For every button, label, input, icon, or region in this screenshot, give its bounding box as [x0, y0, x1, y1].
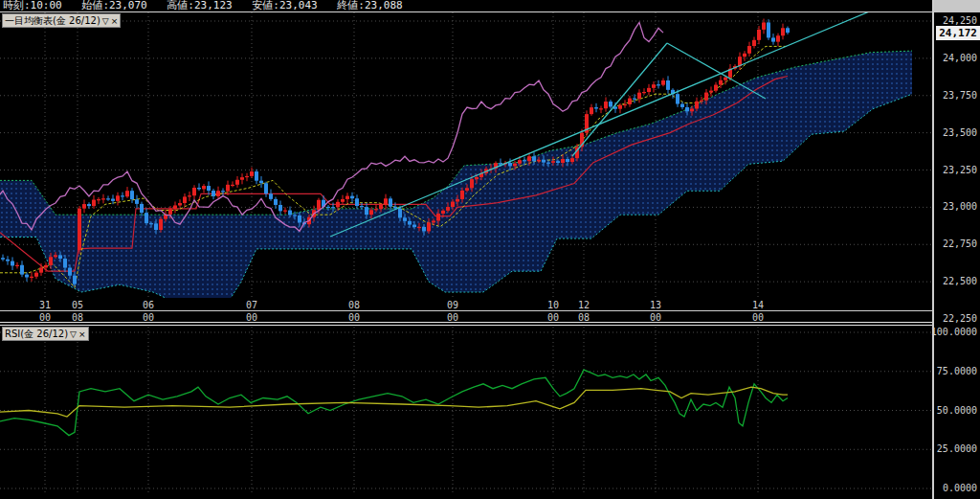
- rsi-axis-label: 75.0000: [937, 367, 977, 376]
- price-axis-label: 22,250: [943, 314, 977, 324]
- price-axis-label: 23,250: [943, 166, 977, 175]
- corner-block: [934, 0, 980, 12]
- price-axis-label: 23,000: [943, 202, 977, 212]
- x-axis-date-label: 10: [547, 300, 559, 310]
- ichimoku-label: 一目均衡表(金 26/12): [5, 15, 100, 27]
- x-axis-date-label: 06: [143, 300, 154, 310]
- price-axis-label: 22,750: [943, 239, 977, 249]
- rsi-label-box[interactable]: RSI(金 26/12) ▽ ×: [2, 327, 89, 341]
- price-axis[interactable]: 24,25024,00023,75023,50023,25023,00022,7…: [934, 12, 980, 499]
- x-axis-date-label: 07: [246, 300, 257, 310]
- x-axis-date-label: 08: [348, 300, 360, 310]
- price-axis-label: 24,250: [943, 16, 977, 26]
- rsi-axis-label: 50.0000: [937, 406, 977, 416]
- ichimoku-collapse-icon[interactable]: ▽: [102, 15, 109, 27]
- price-axis-label: 24,000: [943, 54, 977, 63]
- x-axis-date-label: 14: [752, 300, 764, 310]
- x-axis-date-label: 09: [447, 300, 458, 310]
- chart-window: 時刻:10:00 始値:23,070 高値:23,123 安値:23,043 終…: [0, 0, 980, 499]
- price-axis-label: 22,500: [943, 277, 977, 286]
- rsi-chart[interactable]: [0, 327, 933, 499]
- rsi-axis-label: 0.0000: [943, 484, 977, 493]
- rsi-axis-label: 25.0000: [937, 444, 977, 454]
- rsi-separator-top: [0, 322, 933, 323]
- last-price-tag: 24,172: [936, 26, 980, 40]
- rsi-label: RSI(金 26/12): [5, 329, 68, 340]
- rsi-close-icon[interactable]: ×: [78, 329, 86, 340]
- rsi-collapse-icon[interactable]: ▽: [70, 329, 77, 340]
- date-time-separator: [0, 310, 933, 311]
- ichimoku-label-box[interactable]: 一目均衡表(金 26/12) ▽ ×: [2, 13, 121, 28]
- main-chart[interactable]: [0, 0, 933, 310]
- x-axis-date-label: 12: [578, 300, 590, 310]
- x-axis-date-label: 13: [650, 300, 661, 310]
- rsi-separator-bottom: [0, 325, 933, 326]
- rsi-axis-label: 100.0000: [931, 328, 977, 337]
- x-axis-date-row: 31050607080910121314: [0, 300, 933, 310]
- x-axis-date-label: 05: [72, 300, 83, 310]
- ichimoku-close-icon[interactable]: ×: [111, 15, 119, 27]
- price-axis-label: 23,500: [943, 128, 977, 138]
- x-axis-date-label: 31: [39, 300, 51, 310]
- price-axis-label: 23,750: [943, 91, 977, 101]
